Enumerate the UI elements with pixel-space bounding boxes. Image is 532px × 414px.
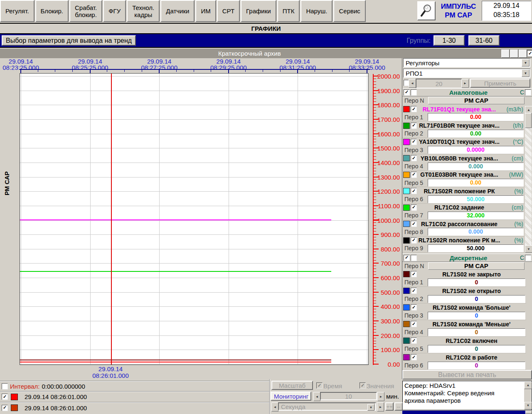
x-axis-minor-ticks [20, 70, 368, 72]
resolution-left-icon[interactable]: ◄ [271, 402, 278, 412]
chevron-down-icon[interactable]: ▼ [367, 404, 374, 411]
pen-checkbox[interactable] [411, 106, 417, 112]
cursor1-checkbox[interactable] [2, 394, 8, 400]
scroll-right-button[interactable] [525, 411, 532, 414]
minus-minus-button[interactable]: -- [394, 402, 403, 411]
group-31-60-button[interactable]: 31-60 [468, 35, 500, 46]
menu-item-2[interactable]: Блокир. [35, 0, 69, 22]
menu-item-7[interactable]: ИМ [195, 0, 216, 22]
select-params-button[interactable]: Выбор параметров для вывода на тренд [2, 35, 136, 46]
plus-plus-button[interactable]: ++ [385, 402, 394, 411]
pen-checkbox[interactable] [411, 221, 417, 227]
server-scrollbar[interactable]: ▲ ▼ [524, 382, 531, 409]
analog-extra-checkbox[interactable] [411, 89, 417, 96]
scrollbar-thumb[interactable] [525, 113, 532, 128]
pen-value: 50.000 [428, 195, 524, 203]
scale-button[interactable]: Масштаб [271, 381, 313, 390]
pen-color-swatch [403, 106, 410, 112]
cursor2-checkbox[interactable] [2, 405, 8, 411]
pen-checkbox[interactable] [411, 237, 417, 244]
pen-checkbox[interactable] [411, 188, 417, 194]
trend-control-zone: Масштаб Время Значения Мониторинг ◄ 10 ►… [269, 379, 403, 414]
discrete-all-checkbox[interactable] [404, 255, 410, 261]
window-pin-checkbox[interactable] [527, 50, 532, 57]
pen-checkbox[interactable] [411, 354, 417, 360]
window-button-3[interactable] [519, 49, 527, 58]
resolution-combobox[interactable]: Секунда ▼ [278, 402, 376, 411]
pen-checkbox[interactable] [411, 321, 417, 327]
discrete-extra-checkbox[interactable] [411, 255, 417, 261]
menu-item-4[interactable]: ФГУ [103, 0, 126, 22]
menu-item-5[interactable]: Технол. кадры [127, 0, 160, 22]
cursor-line[interactable] [111, 74, 112, 365]
time-checkbox[interactable] [316, 382, 323, 389]
y-tick-label: 0.00 [388, 361, 400, 368]
magnifier-button[interactable] [417, 1, 436, 20]
pen-checkbox[interactable] [411, 271, 417, 277]
pen-checkbox[interactable] [411, 338, 417, 344]
clock: 29.09.14 08:35:18 [482, 1, 531, 21]
pen-name: RL71C02 рассогласование [417, 221, 502, 227]
monitoring-button[interactable]: Мониторинг [271, 392, 311, 401]
analog-c-checkbox[interactable] [525, 89, 531, 96]
period-field[interactable]: 10 [320, 392, 377, 400]
menu-item-12[interactable]: Сервис [333, 0, 365, 22]
menu-item-1[interactable]: Регулят. [0, 0, 34, 22]
pen-number-label: Перо 2 [402, 130, 428, 137]
pen-checkbox[interactable] [411, 139, 417, 145]
pen-row: RL71C02 задание(cm)Перо 732.000 [402, 204, 525, 220]
discrete-c-checkbox[interactable] [525, 255, 531, 261]
analog-columns-header: Перо N РМ САР [402, 97, 532, 105]
scroll-up-icon[interactable]: ▲ [524, 382, 532, 389]
interval-row: Интервал: 0:00:00.000000 [0, 381, 269, 391]
menu-item-10[interactable]: ПТК [277, 0, 300, 22]
pen-checkbox[interactable] [411, 155, 417, 161]
interval-checkbox[interactable] [2, 383, 8, 389]
menu-item-3[interactable]: Срабат. блокир. [69, 0, 102, 22]
object-combobox[interactable]: РПО1 ▼ [403, 69, 530, 78]
period-right-icon[interactable]: ► [377, 392, 384, 401]
plot-area[interactable] [20, 73, 369, 365]
window-button-2[interactable] [510, 49, 518, 58]
scrollbar-track[interactable] [525, 113, 532, 246]
print-button[interactable]: Вывести на печать [402, 370, 532, 380]
chevron-down-icon[interactable]: ▼ [522, 59, 530, 67]
interval-value: 0:00:00.000000 [42, 383, 85, 390]
window-button-1[interactable] [501, 49, 510, 58]
period-unit-label: мин. [386, 393, 399, 400]
menu-item-6[interactable]: Датчики [160, 0, 195, 22]
spin-right-icon[interactable]: ► [461, 79, 469, 88]
pen-unit: (cm) [502, 204, 523, 211]
analog-scrollbar[interactable]: ▲ ▼ [525, 106, 532, 253]
discrete-c-label: С [520, 254, 524, 261]
scroll-down-icon[interactable]: ▼ [525, 245, 532, 253]
pen-unit: (m3/h) [502, 106, 523, 113]
horizontal-scrollbar[interactable] [402, 411, 532, 414]
group-1-30-button[interactable]: 1-30 [433, 35, 465, 46]
pen-number-label: Перо 8 [402, 229, 428, 235]
analog-all-checkbox[interactable] [404, 89, 410, 96]
y-tick-label: 1000.00 [377, 217, 400, 224]
group-combobox[interactable]: Регуляторы ▼ [403, 58, 530, 67]
menu-item-8[interactable]: СРТ [217, 0, 240, 22]
pen-checkbox[interactable] [411, 123, 417, 129]
x-tick-date: 29.09.14 [280, 58, 316, 64]
scroll-down-icon[interactable]: ▼ [524, 402, 532, 409]
pen-checkbox[interactable] [411, 205, 417, 211]
apply-button[interactable]: Применить [470, 79, 530, 88]
pen-row-value-line: Перо 50 [402, 345, 526, 353]
chevron-down-icon[interactable]: ▼ [522, 69, 530, 77]
pen-value: 0.00 [428, 179, 524, 187]
discrete-section-header: Дискретные С [402, 254, 532, 262]
scale-value-field[interactable]: 20 [416, 79, 462, 89]
spin-left-icon[interactable]: ◄ [409, 79, 416, 88]
menu-item-11[interactable]: Наруш. [300, 0, 332, 22]
pen-checkbox[interactable] [411, 304, 417, 310]
pen-checkbox[interactable] [411, 172, 417, 178]
menu-item-9[interactable]: Графики [241, 0, 276, 22]
pen-checkbox[interactable] [411, 288, 417, 294]
period-left-icon[interactable]: ◄ [313, 392, 320, 401]
pen-name: RL71S02 команда 'Меньше' [417, 321, 526, 328]
values-checkbox[interactable] [360, 382, 366, 389]
resolution-right-icon[interactable]: ► [377, 402, 384, 412]
